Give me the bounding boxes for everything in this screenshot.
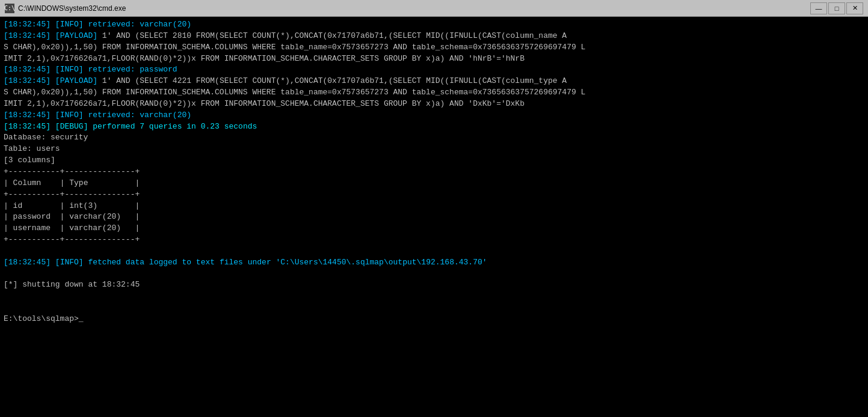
log-line-3: S CHAR),0x20)),1,50) FROM INFORMATION_SC… xyxy=(4,42,864,53)
timestamp-6: [18:32:45] xyxy=(4,76,51,85)
cmd-icon: C:\ xyxy=(5,4,14,13)
log-line-fetched: [18:32:45] [INFO] fetched data logged to… xyxy=(4,257,864,269)
log-line-8: IMIT 2,1),0x7176626a71,FLOOR(RAND(0)*2))… xyxy=(4,99,864,110)
timestamp-1: [18:32:45] xyxy=(4,20,51,29)
log-text-1: retrieved: varchar(20) xyxy=(84,20,191,29)
log-line-1: [18:32:45] [INFO] retrieved: varchar(20) xyxy=(4,19,864,31)
terminal-output: [18:32:45] [INFO] retrieved: varchar(20)… xyxy=(0,17,868,417)
tag-info-1: [INFO] xyxy=(55,20,84,29)
tag-info-fetched: [INFO] xyxy=(55,258,84,267)
titlebar: C:\ C:\WINDOWS\system32\cmd.exe — □ ✕ xyxy=(0,0,868,17)
log-text-10: performed 7 queries in 0.23 seconds xyxy=(88,122,257,131)
blank-line-1 xyxy=(4,246,864,257)
log-line-5: [18:32:45] [INFO] retrieved: password xyxy=(4,64,864,76)
log-text-5: retrieved: password xyxy=(84,65,177,74)
prompt-text: E:\tools\sqlmap>_ xyxy=(4,314,84,323)
payload-text-2: S CHAR),0x20)),1,50) FROM INFORMATION_SC… xyxy=(4,43,585,52)
table-border-bot: +-----------+---------------+ xyxy=(4,234,864,246)
maximize-button[interactable]: □ xyxy=(828,2,845,14)
log-line-4: IMIT 2,1),0x7176626a71,FLOOR(RAND(0)*2))… xyxy=(4,53,864,65)
window-controls: — □ ✕ xyxy=(810,2,863,14)
tag-payload-1: [PAYLOAD] xyxy=(55,31,97,40)
table-border-mid: +-----------+---------------+ xyxy=(4,189,864,201)
db-info-table: Table: users xyxy=(4,144,864,155)
blank-line-2 xyxy=(4,269,864,280)
timestamp-2: [18:32:45] xyxy=(4,31,51,40)
table-row-username: | username | varchar(20) | xyxy=(4,223,864,234)
table-row-id: | id | int(3) | xyxy=(4,201,864,212)
command-prompt[interactable]: E:\tools\sqlmap>_ xyxy=(4,314,864,325)
payload-text-1: 1' AND (SELECT 2810 FROM(SELECT COUNT(*)… xyxy=(97,31,567,40)
log-text-fetched: fetched data logged to text files under … xyxy=(84,258,487,267)
log-line-7: S CHAR),0x20)),1,50) FROM INFORMATION_SC… xyxy=(4,87,864,99)
tag-debug-10: [DEBUG] xyxy=(55,122,88,131)
timestamp-fetched: [18:32:45] xyxy=(4,258,51,267)
log-text-9: retrieved: varchar(20) xyxy=(84,111,191,120)
blank-line-3 xyxy=(4,291,864,302)
timestamp-5: [18:32:45] xyxy=(4,65,51,74)
payload-text-6: IMIT 2,1),0x7176626a71,FLOOR(RAND(0)*2))… xyxy=(4,99,525,108)
log-line-6: [18:32:45] [PAYLOAD] 1' AND (SELECT 4221… xyxy=(4,76,864,87)
titlebar-left: C:\ C:\WINDOWS\system32\cmd.exe xyxy=(5,4,126,13)
payload-text-4: 1' AND (SELECT 4221 FROM(SELECT COUNT(*)… xyxy=(97,76,567,85)
table-row-password: | password | varchar(20) | xyxy=(4,212,864,223)
timestamp-10: [18:32:45] xyxy=(4,122,51,131)
log-line-2: [18:32:45] [PAYLOAD] 1' AND (SELECT 2810… xyxy=(4,31,864,42)
window-title: C:\WINDOWS\system32\cmd.exe xyxy=(18,4,126,13)
db-info-columns: [3 columns] xyxy=(4,155,864,166)
tag-info-9: [INFO] xyxy=(55,111,84,120)
table-header-row: | Column | Type | xyxy=(4,178,864,189)
payload-text-3: IMIT 2,1),0x7176626a71,FLOOR(RAND(0)*2))… xyxy=(4,54,525,63)
minimize-button[interactable]: — xyxy=(810,2,827,14)
timestamp-9: [18:32:45] xyxy=(4,111,51,120)
shutdown-text: [*] shutting down at 18:32:45 xyxy=(4,280,140,289)
tag-payload-2: [PAYLOAD] xyxy=(55,76,97,85)
payload-text-5: S CHAR),0x20)),1,50) FROM INFORMATION_SC… xyxy=(4,88,585,97)
blank-line-4 xyxy=(4,302,864,314)
log-line-shutdown: [*] shutting down at 18:32:45 xyxy=(4,279,864,291)
close-button[interactable]: ✕ xyxy=(846,2,863,14)
db-info-database: Database: security xyxy=(4,132,864,144)
table-border-top: +-----------+---------------+ xyxy=(4,166,864,178)
log-line-9: [18:32:45] [INFO] retrieved: varchar(20) xyxy=(4,110,864,121)
tag-info-5: [INFO] xyxy=(55,65,84,74)
log-line-10: [18:32:45] [DEBUG] performed 7 queries i… xyxy=(4,121,864,133)
